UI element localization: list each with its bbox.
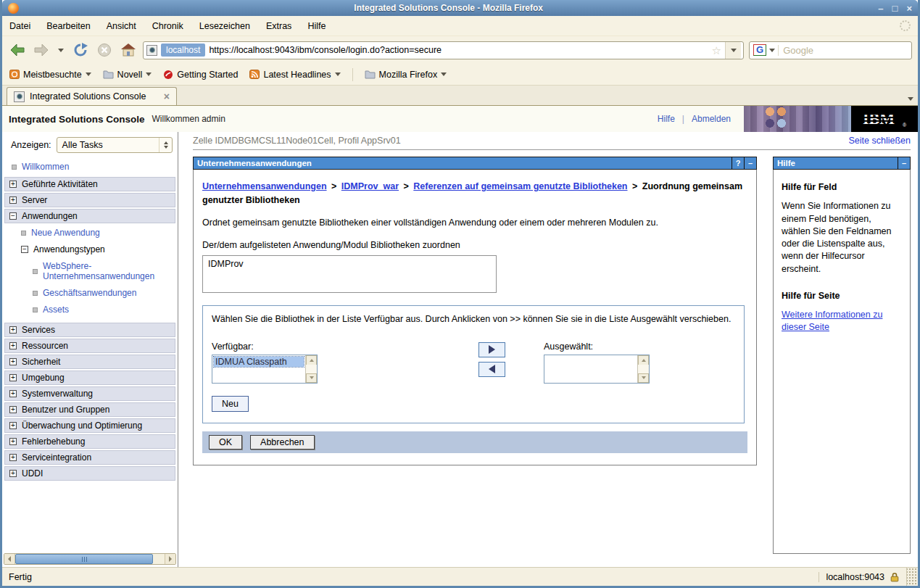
menu-lesezeichen[interactable]: Lesezeichen — [199, 21, 250, 31]
url-dropdown-icon[interactable] — [725, 42, 741, 59]
page-help-link[interactable]: Weitere Informationen zu dieser Seite — [782, 309, 902, 334]
sidebar-section-server[interactable]: Server — [4, 193, 175, 207]
tab-list-dropdown-icon[interactable] — [908, 97, 913, 101]
banner-help-link[interactable]: Hilfe — [658, 114, 675, 124]
history-dropdown-icon[interactable] — [56, 41, 66, 59]
menu-datei[interactable]: Datei — [9, 21, 30, 31]
close-page-link[interactable]: Seite schließen — [849, 136, 911, 146]
menu-chronik[interactable]: Chronik — [152, 21, 183, 31]
scrollbar-thumb[interactable] — [15, 554, 153, 564]
ok-button[interactable]: OK — [209, 435, 242, 450]
expand-icon[interactable] — [9, 196, 17, 204]
sidebar-section-uddi[interactable]: UDDI — [4, 466, 175, 481]
available-item-selected[interactable]: IDMUA Classpath — [214, 357, 304, 367]
sidebar-item-assets[interactable]: Assets — [2, 302, 178, 321]
minimize-button[interactable]: – — [878, 4, 883, 13]
sidebar-branch-anwendungstypen[interactable]: Anwendungstypen — [2, 241, 178, 258]
selected-listbox[interactable] — [544, 355, 650, 384]
expand-icon[interactable] — [9, 181, 17, 188]
maximize-button[interactable]: □ — [892, 4, 898, 13]
breadcrumb-link-unternehmensanwendungen[interactable]: Unternehmensanwendungen — [202, 181, 327, 191]
scroll-left-icon[interactable] — [4, 554, 15, 564]
sidebar-section-anwendungen[interactable]: Anwendungen — [4, 209, 175, 223]
stop-button[interactable] — [95, 41, 114, 59]
scroll-down-icon[interactable] — [306, 373, 317, 383]
expand-icon[interactable] — [9, 390, 17, 397]
expand-icon[interactable] — [9, 470, 17, 477]
sidebar-section-ueberwachung-und-optimierung[interactable]: Überwachung und Optimierung — [4, 418, 175, 433]
resize-grip[interactable] — [906, 568, 918, 586]
search-engine-dropdown-icon[interactable] — [769, 49, 775, 52]
scroll-right-icon[interactable] — [165, 554, 175, 564]
menu-bearbeiten[interactable]: Bearbeiten — [46, 21, 90, 31]
sidebar-item-neue-anwendung[interactable]: Neue Anwendung — [2, 225, 178, 241]
move-left-button[interactable] — [478, 362, 505, 377]
scroll-down-icon[interactable] — [638, 373, 649, 383]
expand-icon[interactable] — [9, 358, 17, 365]
menu-hilfe[interactable]: Hilfe — [307, 21, 326, 31]
sidebar-section-sicherheit[interactable]: Sicherheit — [4, 355, 175, 369]
logout-link[interactable]: Abmelden — [692, 114, 731, 124]
listbox-scrollbar[interactable] — [305, 355, 317, 383]
bookmark-star-icon[interactable]: ☆ — [712, 45, 721, 56]
panel-minimize-icon[interactable]: – — [744, 157, 756, 169]
expand-icon[interactable] — [9, 342, 17, 349]
target-module-item[interactable]: IDMProv — [208, 259, 491, 269]
bookmark-mozilla-firefox[interactable]: Mozilla Firefox — [365, 70, 447, 80]
sidebar-section-fehlerbehebung[interactable]: Fehlerbehebung — [4, 434, 175, 449]
help-minimize-icon[interactable]: – — [898, 157, 910, 169]
sidebar-section-systemverwaltung[interactable]: Systemverwaltung — [4, 386, 175, 401]
sidebar-section-gefuehrte-aktivitaeten[interactable]: Geführte Aktivitäten — [4, 177, 175, 191]
expand-icon[interactable] — [9, 406, 17, 413]
panel-help-icon[interactable]: ? — [732, 157, 744, 169]
menu-ansicht[interactable]: Ansicht — [107, 21, 136, 31]
expand-icon[interactable] — [9, 438, 17, 445]
bookmark-most-visited[interactable]: Meistbesuchte — [9, 70, 91, 80]
url-input[interactable] — [209, 45, 708, 55]
urlbar[interactable]: localhost ☆ — [143, 41, 744, 59]
tab-close-icon[interactable]: × — [164, 91, 170, 102]
breadcrumb-link-idmprov-war[interactable]: IDMProv_war — [341, 181, 399, 191]
sidebar-section-umgebung[interactable]: Umgebung — [4, 370, 175, 385]
sidebar-item-willkommen[interactable]: Willkommen — [2, 159, 178, 175]
collapse-icon[interactable] — [21, 246, 28, 253]
task-filter-select[interactable]: Alle Tasks — [57, 137, 173, 153]
reload-button[interactable] — [71, 41, 90, 59]
forward-button[interactable] — [32, 41, 51, 59]
home-button[interactable] — [119, 41, 138, 59]
cancel-button[interactable]: Abbrechen — [250, 435, 314, 450]
available-listbox[interactable]: IDMUA Classpath — [212, 355, 318, 384]
combo-spinner-icon[interactable] — [159, 138, 172, 152]
expand-icon[interactable] — [9, 374, 17, 381]
menu-extras[interactable]: Extras — [266, 21, 291, 31]
sidebar-section-services[interactable]: Services — [4, 323, 175, 337]
new-button[interactable]: Neu — [212, 396, 249, 412]
bookmark-latest-headlines[interactable]: Latest Headlines — [249, 70, 340, 80]
back-button[interactable] — [8, 41, 27, 59]
expand-icon[interactable] — [9, 326, 17, 334]
sidebar-item-websphere-unternehmensanwendungen[interactable]: WebSphere-Unternehmensanwendungen — [2, 258, 178, 285]
move-right-button[interactable] — [478, 342, 505, 357]
bookmark-getting-started[interactable]: Getting Started — [163, 70, 238, 80]
close-button[interactable]: × — [906, 4, 912, 13]
site-identity-badge[interactable]: localhost — [161, 44, 205, 57]
bookmark-novell[interactable]: Novell — [103, 70, 152, 80]
collapse-icon[interactable] — [9, 212, 17, 220]
expand-icon[interactable] — [9, 454, 17, 461]
tab-integrated-solutions-console[interactable]: Integrated Solutions Console × — [7, 87, 177, 105]
expand-icon[interactable] — [9, 422, 17, 429]
scroll-up-icon[interactable] — [306, 355, 317, 365]
search-input[interactable] — [778, 45, 911, 56]
security-indicator[interactable]: localhost:9043 — [819, 572, 906, 582]
sidebar-horizontal-scrollbar[interactable] — [4, 553, 176, 565]
sidebar-section-benutzer-und-gruppen[interactable]: Benutzer und Gruppen — [4, 402, 175, 417]
search-box[interactable]: G — [749, 41, 912, 59]
listbox-scrollbar[interactable] — [637, 355, 649, 383]
google-logo-icon[interactable]: G — [753, 44, 766, 56]
breadcrumb-link-referenzen[interactable]: Referenzen auf gemeinsam genutzte Biblio… — [413, 181, 627, 191]
sidebar-item-geschaeftsanwendungen[interactable]: Geschäftsanwendungen — [2, 285, 178, 302]
sidebar-section-ressourcen[interactable]: Ressourcen — [4, 339, 175, 353]
sidebar-section-serviceintegration[interactable]: Serviceintegration — [4, 450, 175, 465]
scroll-up-icon[interactable] — [638, 355, 649, 365]
target-module-listbox[interactable]: IDMProv — [202, 255, 497, 293]
